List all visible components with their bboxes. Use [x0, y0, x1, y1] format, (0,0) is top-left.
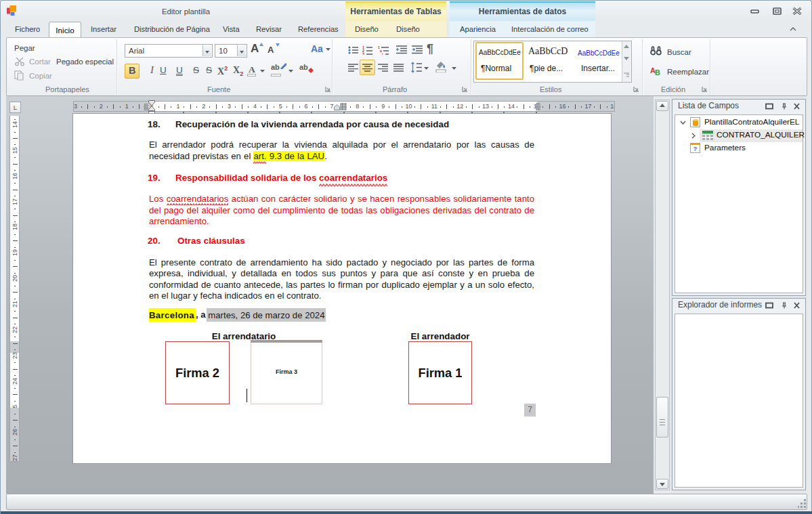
svg-text:i: i: [382, 52, 383, 56]
svg-text:B: B: [655, 68, 660, 75]
svg-text:3: 3: [362, 52, 364, 56]
